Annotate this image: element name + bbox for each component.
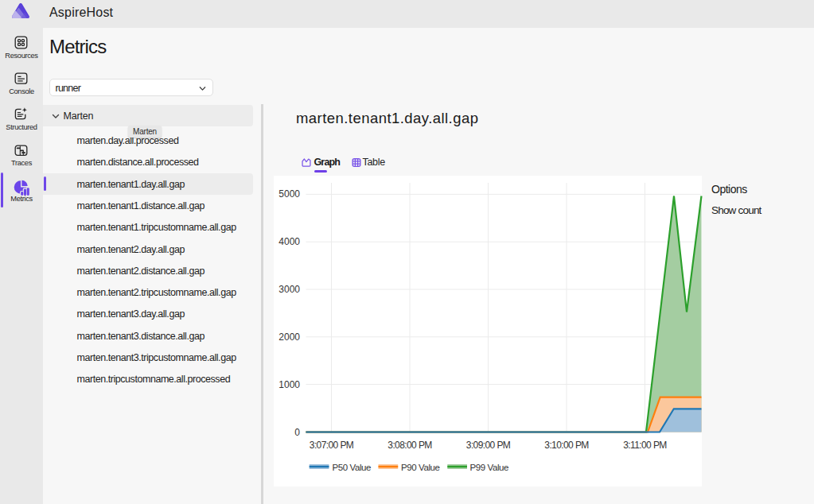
svg-text:0: 0 (294, 427, 300, 438)
svg-text:2000: 2000 (278, 331, 300, 343)
svg-text:3:07:00 PM: 3:07:00 PM (310, 440, 354, 451)
svg-text:3000: 3000 (278, 284, 300, 295)
svg-text:P90 Value: P90 Value (401, 463, 440, 472)
svg-text:P99 Value: P99 Value (470, 463, 509, 472)
svg-text:1000: 1000 (278, 379, 300, 390)
svg-text:5000: 5000 (278, 188, 300, 200)
svg-text:3:09:00 PM: 3:09:00 PM (466, 440, 511, 451)
svg-text:4000: 4000 (278, 236, 300, 247)
svg-text:3:08:00 PM: 3:08:00 PM (388, 440, 432, 451)
svg-text:3:10:00 PM: 3:10:00 PM (544, 440, 589, 451)
svg-text:P50 Value: P50 Value (333, 463, 372, 472)
svg-text:3:11:00 PM: 3:11:00 PM (623, 440, 667, 451)
